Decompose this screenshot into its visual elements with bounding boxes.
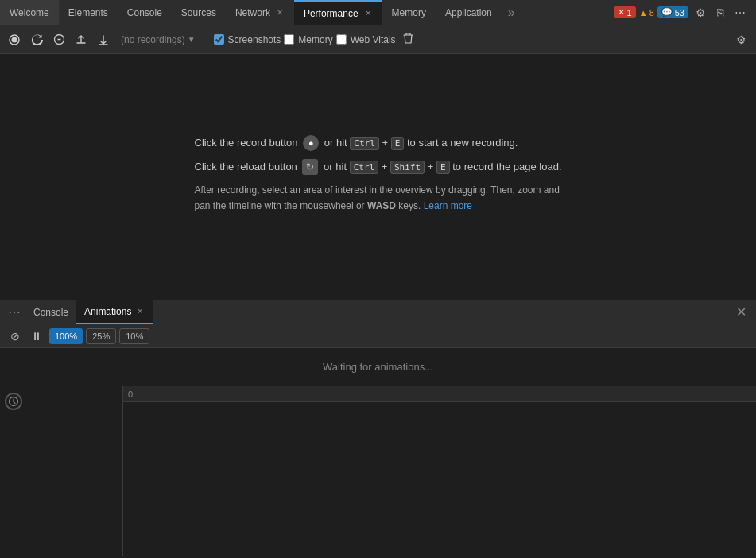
bottom-tab-animations-close[interactable]: ✕ xyxy=(135,306,145,316)
warning-badge[interactable]: ▲ 8 xyxy=(639,8,654,17)
performance-toolbar: (no recordings) ▼ Screenshots Memory Web… xyxy=(0,25,756,54)
info-count: 53 xyxy=(675,8,684,17)
tab-memory[interactable]: Memory xyxy=(382,0,436,25)
more-options-button[interactable]: ⋯ xyxy=(731,5,750,21)
tab-network-close[interactable]: ✕ xyxy=(275,7,285,17)
timeline-main: 0 xyxy=(123,386,756,556)
e-key-2: E xyxy=(436,161,450,174)
tab-network[interactable]: Network ✕ xyxy=(226,0,294,25)
bottom-tab-more-button[interactable]: ⋯ xyxy=(3,300,25,324)
tab-welcome[interactable]: Welcome xyxy=(0,0,59,25)
chevron-down-icon: ▼ xyxy=(188,35,196,44)
info-badge[interactable]: 💬 53 xyxy=(657,6,688,18)
speed-10-button[interactable]: 10% xyxy=(119,328,149,344)
bottom-tab-console[interactable]: Console xyxy=(25,300,76,324)
timeline-ruler: 0 xyxy=(123,386,756,402)
web-vitals-checkbox-label[interactable]: Web Vitals xyxy=(336,34,396,45)
recording-selector[interactable]: (no recordings) ▼ xyxy=(116,32,200,48)
tab-performance[interactable]: Performance ✕ xyxy=(294,0,382,25)
speed-100-button[interactable]: 100% xyxy=(49,328,83,344)
e-key-1: E xyxy=(391,137,405,150)
ctrl-key-2: Ctrl xyxy=(350,161,379,174)
top-tab-bar: Welcome Elements Console Sources Network… xyxy=(0,0,756,25)
reload-btn-icon: ↻ xyxy=(302,159,318,175)
tab-elements[interactable]: Elements xyxy=(59,0,118,25)
clear-button[interactable] xyxy=(399,30,417,48)
bottom-panel: ⋯ Console Animations ✕ ✕ ⊘ ⏸ 100% 25% 10… xyxy=(0,300,756,556)
memory-checkbox[interactable] xyxy=(284,34,294,45)
bottom-tab-animations[interactable]: Animations ✕ xyxy=(76,300,153,324)
tab-console[interactable]: Console xyxy=(118,0,172,25)
error-icon: ✕ xyxy=(618,7,625,17)
tab-performance-close[interactable]: ✕ xyxy=(363,8,373,18)
error-badge[interactable]: ✕ 1 xyxy=(614,6,636,18)
device-toggle-button[interactable]: ⎘ xyxy=(713,5,727,21)
instruction-line-1: Click the record button ● or hit Ctrl + … xyxy=(195,134,562,152)
performance-main-content: Click the record button ● or hit Ctrl + … xyxy=(0,54,756,300)
tab-sources[interactable]: Sources xyxy=(172,0,226,25)
memory-checkbox-label[interactable]: Memory xyxy=(284,34,332,45)
record-btn-icon: ● xyxy=(303,135,319,151)
speed-25-button[interactable]: 25% xyxy=(86,328,116,344)
screenshots-checkbox-label[interactable]: Screenshots xyxy=(214,34,281,45)
learn-more-link[interactable]: Learn more xyxy=(424,200,472,211)
animations-toolbar: ⊘ ⏸ 100% 25% 10% xyxy=(0,324,756,348)
svg-point-1 xyxy=(12,37,17,42)
screenshots-checkbox[interactable] xyxy=(214,34,224,45)
bottom-tab-strip: ⋯ Console Animations ✕ ✕ xyxy=(0,300,756,324)
shift-key: Shift xyxy=(390,161,425,174)
animations-timeline: 0 xyxy=(0,386,756,556)
capture-settings-button[interactable]: ⚙ xyxy=(731,31,751,48)
warning-count: 8 xyxy=(649,8,654,17)
instructions-panel: Click the record button ● or hit Ctrl + … xyxy=(195,134,562,221)
animations-pause-button[interactable]: ⏸ xyxy=(27,328,46,344)
speech-bubble-icon: 💬 xyxy=(661,7,673,17)
animations-block-button[interactable]: ⊘ xyxy=(6,328,24,344)
stop-button[interactable] xyxy=(50,31,68,48)
instruction-line-3: After recording, select an area of inter… xyxy=(195,182,560,215)
bottom-panel-close-button[interactable]: ✕ xyxy=(730,300,753,324)
animation-group-icon xyxy=(5,393,22,410)
reload-record-button[interactable] xyxy=(27,30,47,48)
instruction-line-2: Click the reload button ↻ or hit Ctrl + … xyxy=(195,158,562,176)
top-right-icons: ✕ 1 ▲ 8 💬 53 ⚙ ⎘ ⋯ xyxy=(614,5,756,21)
download-button[interactable] xyxy=(94,31,113,48)
ctrl-key: Ctrl xyxy=(350,137,379,150)
tab-overflow-btn[interactable]: » xyxy=(502,6,521,20)
toolbar-separator-1 xyxy=(207,32,207,48)
record-button[interactable] xyxy=(5,31,24,48)
upload-button[interactable] xyxy=(72,31,91,48)
timeline-sidebar xyxy=(0,386,123,556)
web-vitals-checkbox[interactable] xyxy=(336,34,347,45)
settings-button[interactable]: ⚙ xyxy=(692,5,710,21)
waiting-for-animations: Waiting for animations... xyxy=(0,348,756,386)
error-count: 1 xyxy=(627,8,632,17)
warning-icon: ▲ xyxy=(639,8,648,17)
tab-application[interactable]: Application xyxy=(436,0,502,25)
